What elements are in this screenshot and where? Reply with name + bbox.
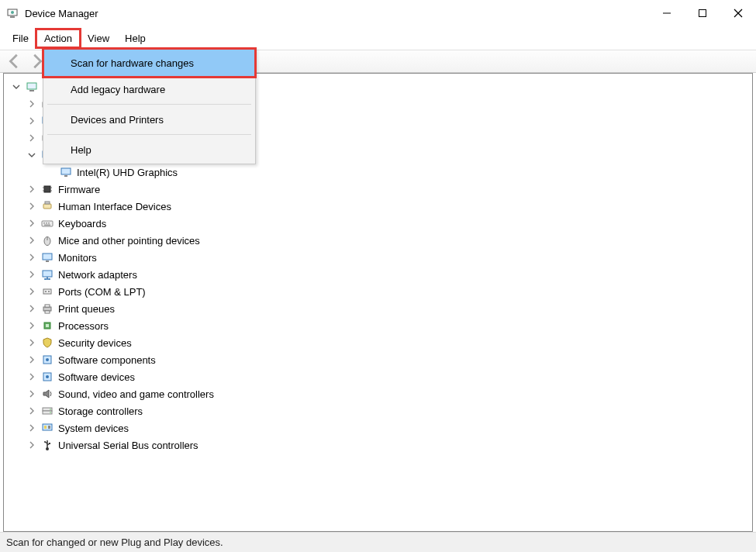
svg-point-54 [50,409,51,410]
chevron-right-icon[interactable] [27,236,36,245]
chevron-right-icon[interactable] [27,253,36,262]
tree-node[interactable]: Human Interface Devices [9,198,752,215]
svg-point-49 [46,358,49,361]
maximize-button[interactable] [685,1,720,26]
chevron-right-icon[interactable] [27,355,36,364]
tree-node[interactable]: Software devices [9,368,752,385]
dropdown-scan-hardware[interactable]: Scan for hardware changes [44,50,254,76]
tree-node-label: Human Interface Devices [58,201,171,212]
monitor-icon [41,251,54,264]
svg-rect-4 [699,10,706,17]
svg-rect-62 [49,443,50,444]
tree-node-label: Network adapters [58,269,137,281]
menu-action[interactable]: Action [36,29,80,47]
software-icon [41,371,54,383]
tree-node[interactable]: Sound, video and game controllers [9,385,752,402]
device-manager-window: Device Manager File Action View Help Sca… [0,0,756,552]
chevron-right-icon[interactable] [27,338,36,347]
port-icon [41,285,54,298]
dropdown-add-legacy[interactable]: Add legacy hardware [44,76,254,102]
cpu-icon [41,319,54,332]
sound-icon [41,388,54,400]
chevron-down-icon[interactable] [12,82,21,91]
tree-node[interactable]: System devices [9,419,752,436]
chevron-down-icon[interactable] [27,150,36,160]
chevron-right-icon[interactable] [27,406,36,416]
tree-node[interactable]: Mice and other pointing devices [9,232,752,249]
svg-point-61 [44,441,46,443]
chevron-right-icon[interactable] [27,116,36,126]
tree-node[interactable]: Print queues [9,300,752,317]
action-dropdown: Scan for hardware changes Add legacy har… [43,48,256,164]
svg-rect-31 [48,223,50,224]
tree-node[interactable]: Universal Serial Bus controllers [9,436,752,454]
tree-node[interactable]: Monitors [9,249,752,266]
dropdown-help[interactable]: Help [44,136,254,163]
tree-node-label: Intel(R) UHD Graphics [77,167,178,178]
tree-node[interactable]: Keyboards [9,215,752,232]
tree-node[interactable]: Security devices [9,334,752,351]
tree-node-label: Software devices [58,371,135,383]
svg-rect-47 [46,324,49,327]
tree-node[interactable]: Processors [9,317,752,334]
chevron-right-icon[interactable] [27,219,36,228]
tree-node-label: Keyboards [58,218,106,229]
svg-point-42 [48,291,50,292]
chevron-right-icon[interactable] [27,133,36,143]
svg-point-55 [50,412,51,413]
tree-node-label: Storage controllers [58,405,143,417]
dropdown-devices-printers[interactable]: Devices and Printers [44,106,254,133]
menu-file[interactable]: File [5,29,36,47]
svg-rect-37 [43,271,52,277]
tree-node-label: Software components [58,354,156,366]
svg-point-51 [46,375,49,378]
chevron-right-icon[interactable] [27,372,36,381]
svg-rect-43 [43,307,51,311]
svg-rect-29 [43,223,45,224]
window-title: Device Manager [25,8,98,19]
usb-icon [41,439,54,451]
tree-node-label: Ports (COM & LPT) [58,286,146,298]
chevron-right-icon[interactable] [27,202,36,211]
tree-node[interactable]: Firmware [9,181,752,198]
tree-node[interactable]: Ports (COM & LPT) [9,283,752,300]
chevron-right-icon[interactable] [27,99,36,109]
svg-rect-57 [44,426,47,429]
computer-icon [26,81,38,93]
svg-rect-44 [45,305,50,307]
tree-node[interactable]: Storage controllers [9,402,752,419]
chevron-right-icon[interactable] [27,304,36,313]
chevron-right-icon[interactable] [27,270,36,279]
software-icon [41,354,54,366]
menu-help[interactable]: Help [117,29,154,47]
chip-icon [41,183,54,195]
tree-node[interactable]: Network adapters [9,266,752,283]
svg-rect-30 [46,223,47,224]
menu-view[interactable]: View [80,29,117,47]
storage-icon [41,405,54,417]
svg-point-2 [11,11,14,14]
tree-node-label: Security devices [58,337,132,349]
security-icon [41,336,54,349]
tree-node-label: Print queues [58,303,115,315]
back-button[interactable] [6,53,23,70]
dropdown-separator [47,134,251,135]
chevron-right-icon[interactable] [27,321,36,330]
svg-rect-35 [43,254,52,260]
minimize-button[interactable] [649,1,685,26]
tree-child-node[interactable]: Intel(R) UHD Graphics [9,164,752,181]
tree-node-label: Processors [58,320,109,332]
statusbar-text: Scan for changed or new Plug and Play de… [6,536,223,548]
statusbar: Scan for changed or new Plug and Play de… [0,532,756,552]
tree-node[interactable]: Software components [9,351,752,368]
chevron-right-icon[interactable] [27,440,36,450]
svg-point-38 [44,278,46,280]
close-button[interactable] [720,1,756,26]
tree-node-label: Firmware [58,184,100,195]
chevron-right-icon[interactable] [27,287,36,296]
chevron-right-icon[interactable] [27,185,36,194]
menubar: File Action View Help [0,26,756,50]
svg-rect-36 [46,260,49,262]
chevron-right-icon[interactable] [27,389,36,398]
chevron-right-icon[interactable] [27,423,36,433]
